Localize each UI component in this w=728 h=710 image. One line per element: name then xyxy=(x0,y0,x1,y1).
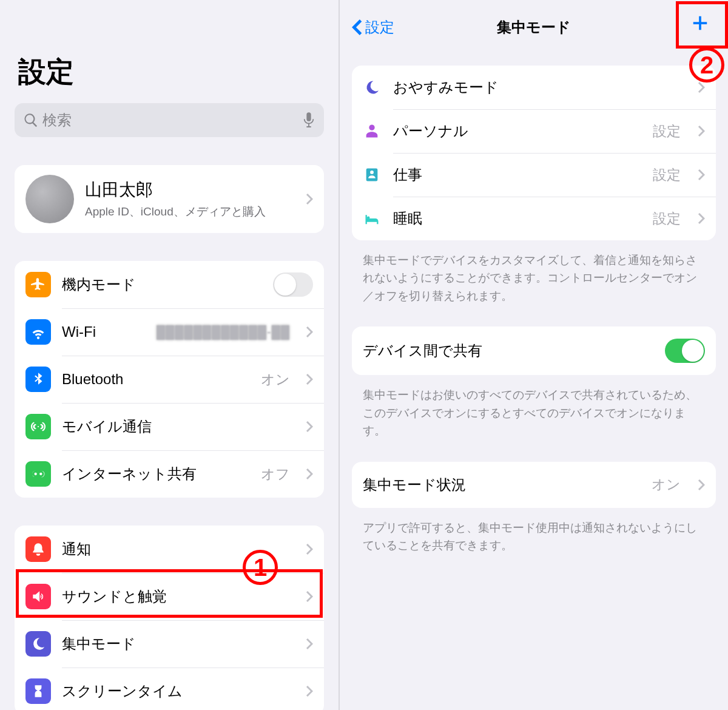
row-detail: オン xyxy=(652,475,681,494)
row-label: パーソナル xyxy=(393,121,641,141)
mic-icon[interactable] xyxy=(302,112,315,129)
back-button[interactable]: 設定 xyxy=(352,18,394,37)
row-label: サウンドと触覚 xyxy=(62,587,290,606)
row-label: スクリーンタイム xyxy=(62,681,290,701)
row-label: Wi-Fi xyxy=(62,323,146,340)
avatar xyxy=(25,175,74,223)
row-wifi[interactable]: Wi-Fi ████████████-██ xyxy=(15,308,324,356)
airplane-toggle[interactable] xyxy=(273,272,313,297)
badge-icon xyxy=(363,166,381,184)
row-label: 仕事 xyxy=(393,165,641,184)
row-label: Bluetooth xyxy=(62,371,250,388)
chevron-right-icon xyxy=(306,193,313,205)
chevron-right-icon xyxy=(306,590,313,603)
row-sleep[interactable]: 睡眠 設定 xyxy=(352,197,716,240)
row-dnd[interactable]: おやすみモード xyxy=(352,66,716,109)
row-work[interactable]: 仕事 設定 xyxy=(352,153,716,197)
row-label: おやすみモード xyxy=(393,78,681,97)
row-cellular[interactable]: モバイル通信 xyxy=(15,403,324,450)
cellular-icon xyxy=(25,414,51,439)
title-bar: 設定 xyxy=(0,0,339,103)
chevron-right-icon xyxy=(698,169,705,181)
chevron-right-icon xyxy=(306,685,313,697)
row-personal[interactable]: パーソナル 設定 xyxy=(352,109,716,153)
apple-id-row[interactable]: 山田太郎 Apple ID、iCloud、メディアと購入 xyxy=(15,165,324,233)
plus-icon xyxy=(691,14,709,32)
row-bluetooth[interactable]: Bluetooth オン xyxy=(15,356,324,403)
page-title: 設定 xyxy=(18,53,320,91)
chevron-left-icon xyxy=(352,19,363,36)
chevron-right-icon xyxy=(306,326,313,338)
wifi-ssid-value: ████████████-██ xyxy=(157,325,290,339)
row-focus-status[interactable]: 集中モード状況 オン xyxy=(352,462,716,508)
share-toggle[interactable] xyxy=(665,339,705,363)
row-label: 機内モード xyxy=(62,275,262,294)
profile-sub: Apple ID、iCloud、メディアと購入 xyxy=(85,204,290,220)
row-label: 睡眠 xyxy=(393,209,641,228)
row-share-across-devices[interactable]: デバイス間で共有 xyxy=(352,326,716,375)
status-footer: アプリで許可すると、集中モード使用中は通知されないようにしていることを共有できま… xyxy=(352,516,716,576)
row-hotspot[interactable]: インターネット共有 オフ xyxy=(15,450,324,498)
search-icon xyxy=(23,112,39,128)
row-notifications[interactable]: 通知 xyxy=(15,526,324,573)
row-label: 集中モード状況 xyxy=(363,475,639,495)
chevron-right-icon xyxy=(306,373,313,385)
share-group: デバイス間で共有 xyxy=(352,326,716,375)
row-label: 通知 xyxy=(62,539,290,559)
modes-footer: 集中モードでデバイスをカスタマイズして、着信と通知を知らされないようにすることが… xyxy=(352,249,716,326)
wifi-icon xyxy=(25,319,51,345)
chevron-right-icon xyxy=(306,421,313,433)
screentime-icon xyxy=(25,678,51,704)
notifications-icon xyxy=(25,536,51,562)
chevron-right-icon xyxy=(698,479,705,491)
chevron-right-icon xyxy=(698,81,705,93)
row-focus[interactable]: 集中モード xyxy=(15,620,324,668)
chevron-right-icon xyxy=(306,543,313,555)
hotspot-icon xyxy=(25,461,51,487)
search-container: 検索 xyxy=(15,103,324,137)
chevron-right-icon xyxy=(306,638,313,650)
profile-text: 山田太郎 Apple ID、iCloud、メディアと購入 xyxy=(85,178,290,220)
status-group: 集中モード状況 オン xyxy=(352,462,716,508)
row-label: 集中モード xyxy=(62,634,290,654)
chevron-right-icon xyxy=(698,125,705,137)
row-label: デバイス間で共有 xyxy=(363,341,653,360)
person-icon xyxy=(363,122,381,140)
back-label: 設定 xyxy=(365,18,394,37)
bluetooth-value: オン xyxy=(261,370,290,389)
row-airplane-mode[interactable]: 機内モード xyxy=(15,261,324,308)
row-detail: 設定 xyxy=(653,122,681,141)
bluetooth-icon xyxy=(25,367,51,392)
airplane-icon xyxy=(25,272,51,297)
moon-icon xyxy=(363,78,381,96)
settings-list-pane: 設定 検索 山田太郎 Apple ID、iCloud、メディアと購入 機内モード xyxy=(0,0,339,710)
add-button[interactable] xyxy=(688,11,712,35)
row-label: モバイル通信 xyxy=(62,417,290,436)
row-label: インターネット共有 xyxy=(62,464,250,484)
focus-modes-group: おやすみモード パーソナル 設定 仕事 設定 睡眠 設定 xyxy=(352,66,716,240)
search-input[interactable]: 検索 xyxy=(15,103,324,137)
share-footer: 集中モードはお使いのすべてのデバイスで共有されているため、このデバイスでオンにす… xyxy=(352,384,716,461)
bed-icon xyxy=(363,209,381,228)
search-placeholder: 検索 xyxy=(42,110,298,130)
chevron-right-icon xyxy=(698,212,705,225)
sounds-icon xyxy=(25,584,51,609)
hotspot-value: オフ xyxy=(261,465,290,484)
nav-title: 集中モード xyxy=(497,18,571,37)
nav-bar: 設定 集中モード xyxy=(352,0,716,55)
profile-group: 山田太郎 Apple ID、iCloud、メディアと購入 xyxy=(15,165,324,233)
row-screen-time[interactable]: スクリーンタイム xyxy=(15,668,324,710)
focus-icon xyxy=(25,631,51,657)
row-detail: 設定 xyxy=(653,209,681,228)
network-group: 機内モード Wi-Fi ████████████-██ Bluetooth オン… xyxy=(15,261,324,498)
chevron-right-icon xyxy=(306,468,313,480)
focus-detail-pane: 設定 集中モード 2 おやすみモード パーソナル 設定 xyxy=(340,0,728,710)
profile-name: 山田太郎 xyxy=(85,178,290,201)
row-sounds[interactable]: サウンドと触覚 xyxy=(15,573,324,620)
system-group: 通知 サウンドと触覚 集中モード スクリーンタイム xyxy=(15,526,324,710)
row-detail: 設定 xyxy=(653,166,681,184)
